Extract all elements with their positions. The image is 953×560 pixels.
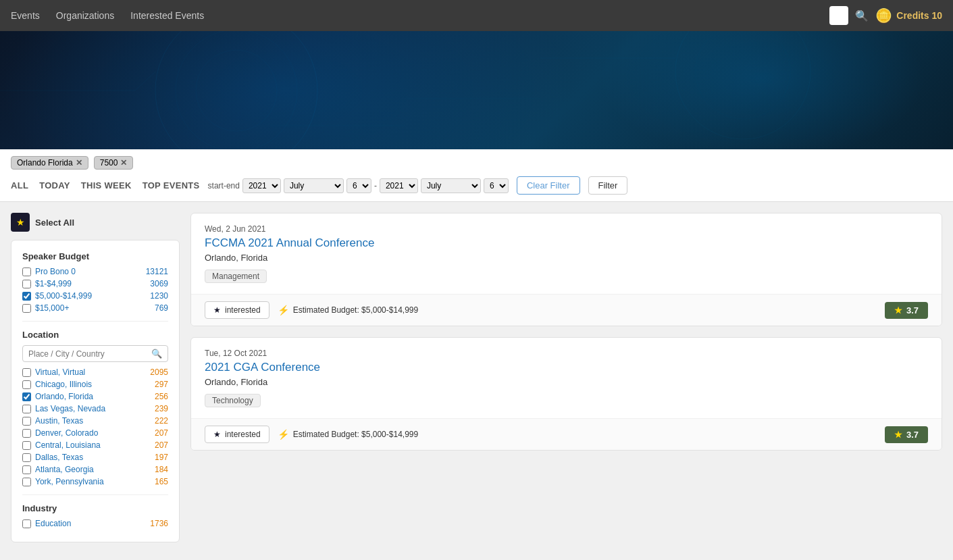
budget-label-3[interactable]: $15,000+ — [35, 303, 69, 313]
start-month-select[interactable]: JanuaryFebruaryMarchApril MayJuneJulyAug… — [284, 178, 344, 193]
location-search-input[interactable] — [28, 349, 147, 359]
budget-count-0: 13121 — [146, 267, 168, 276]
interested-button-1[interactable]: ★ interested — [205, 426, 269, 443]
filter-tag-orlando-remove[interactable]: ✕ — [76, 158, 82, 168]
location-item-1: Chicago, Illinois 297 — [22, 380, 168, 389]
select-all-label[interactable]: Select All — [35, 218, 74, 228]
location-checkbox-7[interactable] — [22, 453, 31, 462]
date-range: start-end 202120222023 JanuaryFebruaryMa… — [208, 178, 509, 193]
budget-item-2: $5,000-$14,999 1230 — [22, 291, 168, 301]
location-search: 🔍 — [22, 345, 168, 362]
event-card-0: Wed, 2 Jun 2021 FCCMA 2021 Annual Confer… — [190, 213, 942, 326]
filter-area: Orlando Florida ✕ 7500 ✕ ALL TODAY THIS … — [0, 149, 953, 202]
filter-tag-orlando: Orlando Florida ✕ — [11, 156, 88, 170]
industry-title: Industry — [22, 503, 168, 513]
select-all-star-button[interactable]: ★ — [11, 213, 30, 232]
tab-this-week[interactable]: THIS WEEK — [81, 178, 132, 193]
nav-events[interactable]: Events — [11, 7, 40, 24]
interested-label-0: interested — [225, 305, 261, 315]
event-card-body-1: Tue, 12 Oct 2021 2021 CGA Conference Orl… — [191, 338, 942, 418]
location-label-2[interactable]: Orlando, Florida — [35, 392, 93, 401]
location-label-0[interactable]: Virtual, Virtual — [35, 367, 85, 377]
location-search-icon: 🔍 — [151, 349, 162, 359]
filter-button[interactable]: Filter — [588, 176, 628, 195]
event-title-1[interactable]: 2021 CGA Conference — [205, 361, 928, 374]
location-item-0: Virtual, Virtual 2095 — [22, 367, 168, 377]
location-label-9[interactable]: York, Pennsylvania — [35, 477, 104, 486]
budget-checkbox-0[interactable] — [22, 268, 31, 276]
budget-text-0: Estimated Budget: $5,000-$14,999 — [293, 305, 418, 315]
location-label-8[interactable]: Atlanta, Georgia — [35, 465, 94, 474]
location-count-0: 2095 — [150, 367, 168, 377]
tab-top-events[interactable]: TOP EVENTS — [143, 178, 200, 193]
budget-info-0: ⚡ Estimated Budget: $5,000-$14,999 — [278, 305, 418, 315]
event-tag-0: Management — [205, 270, 267, 283]
budget-checkbox-3[interactable] — [22, 304, 31, 313]
location-checkbox-6[interactable] — [22, 441, 31, 450]
location-label-1[interactable]: Chicago, Illinois — [35, 380, 92, 389]
budget-label-0[interactable]: Pro Bono 0 — [35, 267, 76, 276]
interested-star-icon-0: ★ — [213, 305, 221, 315]
nav-interested-events[interactable]: Interested Events — [130, 7, 204, 24]
nav-organizations[interactable]: Organizations — [56, 7, 114, 24]
location-checkbox-2[interactable] — [22, 392, 31, 401]
interested-label-1: interested — [225, 430, 261, 439]
start-year-select[interactable]: 202120222023 — [242, 178, 281, 193]
end-month-select[interactable]: JanuaryFebruaryMarchApril MayJuneJulyAug… — [421, 178, 481, 193]
start-day-select[interactable]: 1234 567 — [346, 178, 371, 193]
location-item-7: Dallas, Texas 197 — [22, 453, 168, 462]
search-icon[interactable]: 🔍 — [855, 9, 869, 22]
budget-text-1: Estimated Budget: $5,000-$14,999 — [293, 430, 418, 439]
svg-point-1 — [176, 31, 297, 149]
rating-button-0[interactable]: ★ 3.7 — [885, 302, 928, 319]
tab-today[interactable]: TODAY — [39, 178, 70, 193]
hero-banner — [0, 31, 953, 149]
rating-value-0: 3.7 — [906, 305, 919, 315]
clear-filter-button[interactable]: Clear Filter — [517, 176, 580, 195]
budget-checkbox-1[interactable] — [22, 280, 31, 288]
event-date-0: Wed, 2 Jun 2021 — [205, 224, 928, 234]
end-year-select[interactable]: 202120222023 — [380, 178, 418, 193]
location-checkbox-3[interactable] — [22, 405, 31, 413]
location-label-3[interactable]: Las Vegas, Nevada — [35, 404, 105, 413]
end-day-select[interactable]: 1234 567 — [484, 178, 509, 193]
navbar: Events Organizations Interested Events 🔍… — [0, 0, 953, 31]
location-checkbox-4[interactable] — [22, 417, 31, 426]
nav-links: Events Organizations Interested Events — [11, 7, 829, 24]
budget-label-2[interactable]: $5,000-$14,999 — [35, 291, 92, 301]
location-checkbox-0[interactable] — [22, 368, 31, 377]
budget-info-1: ⚡ Estimated Budget: $5,000-$14,999 — [278, 429, 418, 440]
location-label-4[interactable]: Austin, Texas — [35, 416, 83, 426]
location-count-9: 165 — [155, 477, 168, 486]
tab-all[interactable]: ALL — [11, 178, 28, 193]
location-label-7[interactable]: Dallas, Texas — [35, 453, 83, 462]
coin-icon: 🪙 — [875, 7, 892, 24]
filter-controls: ALL TODAY THIS WEEK TOP EVENTS start-end… — [11, 176, 942, 195]
location-label-5[interactable]: Denver, Colorado — [35, 428, 98, 438]
lightning-icon-0: ⚡ — [278, 305, 289, 315]
filter-tabs: ALL TODAY THIS WEEK TOP EVENTS — [11, 178, 200, 193]
location-count-6: 207 — [155, 440, 168, 450]
interested-star-icon-1: ★ — [213, 430, 221, 439]
industry-checkbox-0[interactable] — [22, 519, 31, 528]
event-card-1: Tue, 12 Oct 2021 2021 CGA Conference Orl… — [190, 337, 942, 451]
rating-button-1[interactable]: ★ 3.7 — [885, 426, 928, 443]
filter-tag-7500-remove[interactable]: ✕ — [120, 158, 127, 168]
location-checkbox-8[interactable] — [22, 465, 31, 474]
svg-point-0 — [155, 31, 317, 149]
rating-value-1: 3.7 — [906, 430, 919, 440]
budget-label-1[interactable]: $1-$4,999 — [35, 279, 72, 288]
event-title-0[interactable]: FCCMA 2021 Annual Conference — [205, 236, 928, 250]
location-checkbox-5[interactable] — [22, 429, 31, 438]
location-checkbox-9[interactable] — [22, 478, 31, 486]
industry-label-0[interactable]: Education — [35, 519, 71, 528]
interested-button-0[interactable]: ★ interested — [205, 301, 269, 319]
location-checkbox-1[interactable] — [22, 380, 31, 389]
filter-tag-7500-label: 7500 — [100, 158, 118, 168]
main-content: ★ Select All Speaker Budget Pro Bono 0 1… — [0, 202, 953, 553]
location-item-6: Central, Louisiana 207 — [22, 440, 168, 450]
location-item-5: Denver, Colorado 207 — [22, 428, 168, 438]
budget-checkbox-2[interactable] — [22, 292, 31, 301]
location-count-3: 239 — [155, 404, 168, 413]
location-label-6[interactable]: Central, Louisiana — [35, 440, 101, 450]
